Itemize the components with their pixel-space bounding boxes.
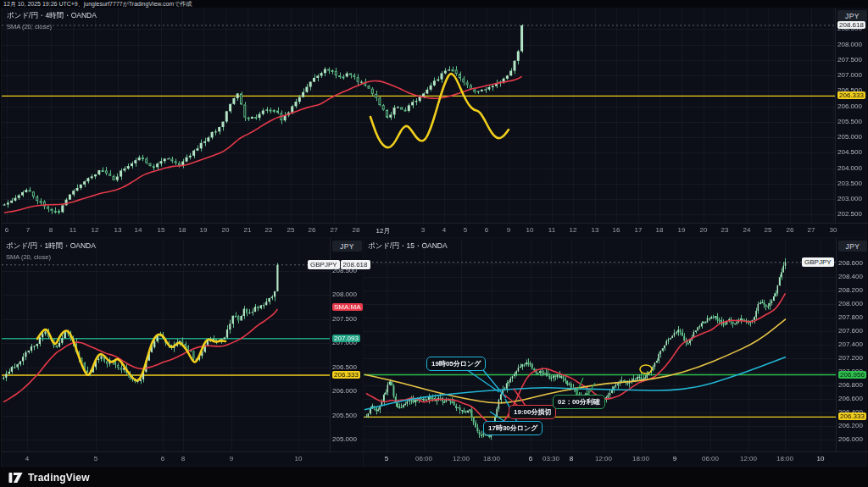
chart-canvas-15m[interactable] xyxy=(364,239,836,451)
currency-button-1h[interactable]: JPY xyxy=(332,241,362,252)
price-scale-4h[interactable]: JPY xyxy=(835,8,868,223)
currency-button-4h[interactable]: JPY xyxy=(837,10,867,21)
chart-canvas-4h[interactable] xyxy=(2,8,835,223)
callout-1900-stoploss[interactable]: 19:00分損切 xyxy=(509,405,556,419)
price-scale-15m[interactable]: JPY xyxy=(836,238,868,451)
attribution-text: 12月 10, 2025 19:26 UTC+9、junglesurf7777が… xyxy=(3,1,192,7)
tradingview-logo-icon[interactable] xyxy=(8,472,23,484)
callout-0200-takeprofit[interactable]: 02：00分利確 xyxy=(553,395,605,409)
time-scale-1h[interactable] xyxy=(2,451,363,467)
callout-1730-long[interactable]: 17時30分ロング xyxy=(483,421,542,435)
footer-bar: TradingView xyxy=(0,468,868,487)
ticker-badge: GBPJPY xyxy=(802,257,834,267)
tradingview-brand-text[interactable]: TradingView xyxy=(28,472,90,484)
chart-canvas-1h[interactable] xyxy=(2,239,330,451)
currency-button-15m[interactable]: JPY xyxy=(838,241,867,252)
ticker-badge: GBPJPY xyxy=(308,260,340,269)
attribution-bar: 12月 10, 2025 19:26 UTC+9、junglesurf7777が… xyxy=(0,0,868,8)
last-price-value: 208.618 xyxy=(341,260,370,269)
ticker-label-15m: GBPJPY xyxy=(802,257,834,267)
time-scale-15m[interactable] xyxy=(364,451,868,467)
tradingview-snapshot: 12月 10, 2025 19:26 UTC+9、junglesurf7777が… xyxy=(0,0,868,487)
last-price-label-1h: GBPJPY208.618 xyxy=(308,260,370,269)
time-scale-4h[interactable] xyxy=(2,223,868,238)
callout-1905-long[interactable]: 19時05分ロング xyxy=(426,357,486,371)
price-scale-1h[interactable]: JPY xyxy=(330,238,364,451)
